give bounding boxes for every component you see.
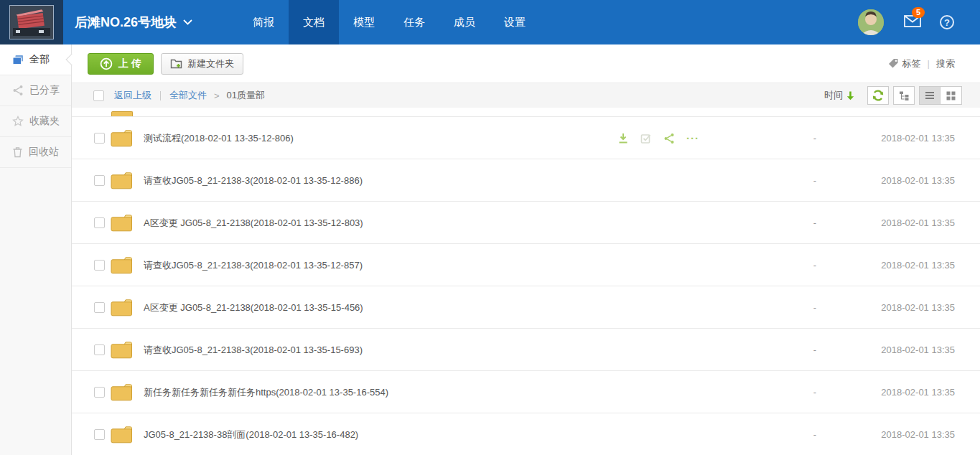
refresh-button[interactable] — [867, 86, 889, 105]
sidebar-item-label: 全部 — [29, 53, 50, 66]
tab-tasks[interactable]: 任务 — [389, 0, 439, 44]
tag-button[interactable]: 标签 — [888, 57, 921, 70]
star-icon — [12, 116, 24, 127]
row-checkbox[interactable] — [94, 133, 105, 144]
toolbar: 上 传 新建文件夹 标签 | 搜索 — [72, 44, 980, 83]
file-row[interactable]: 测试流程(2018-02-01 13-35-12-806) ··· — [72, 117, 980, 159]
chevron-down-icon — [183, 19, 192, 25]
row-checkbox[interactable] — [94, 302, 105, 313]
topbar-right: 5 ? — [858, 9, 980, 35]
sort-by-time[interactable]: 时间 — [824, 89, 854, 102]
file-name[interactable]: 请查收JG05-8_21-2138-3(2018-02-01 13-35-12-… — [144, 159, 363, 202]
folder-icon[interactable] — [111, 341, 133, 359]
tree-view-icon — [899, 90, 910, 100]
project-logo — [0, 0, 63, 44]
sidebar-item-shared[interactable]: 已分享 — [0, 75, 71, 106]
list-controls: 时间 — [824, 86, 980, 105]
file-name[interactable]: JG05-8_21-2138-38剖面(2018-02-01 13-35-16-… — [144, 413, 358, 455]
tab-members[interactable]: 成员 — [439, 0, 490, 44]
file-name[interactable]: 新任务新任务新任务新任务https(2018-02-01 13-35-16-55… — [144, 371, 388, 413]
more-icon[interactable]: ··· — [686, 135, 699, 142]
file-size: - — [801, 117, 829, 159]
file-date: 2018-02-01 13:35 — [881, 413, 955, 455]
download-icon[interactable] — [617, 133, 629, 144]
folder-icon[interactable] — [111, 383, 133, 401]
list-view-button[interactable] — [919, 86, 941, 105]
content: 上 传 新建文件夹 标签 | 搜索 — [72, 44, 980, 455]
file-date: 2018-02-01 13:35 — [881, 371, 955, 413]
file-date: 2018-02-01 13:35 — [881, 202, 955, 244]
refresh-icon — [872, 89, 885, 102]
tab-models[interactable]: 模型 — [339, 0, 389, 44]
row-checkbox[interactable] — [94, 260, 105, 271]
row-checkbox[interactable] — [94, 429, 105, 440]
list-view-icon — [925, 91, 935, 100]
upload-button[interactable]: 上 传 — [88, 53, 154, 75]
sidebar: 全部 已分享 收藏夹 回收站 — [0, 44, 72, 455]
grid-view-button[interactable] — [941, 86, 962, 105]
share-icon[interactable] — [663, 133, 675, 144]
toolbar-divider: | — [928, 58, 930, 69]
file-name[interactable]: 测试流程(2018-02-01 13-35-12-806) — [144, 117, 294, 159]
folder-icon[interactable] — [111, 426, 133, 444]
trash-icon — [12, 146, 23, 158]
select-all-checkbox[interactable] — [93, 90, 104, 101]
folder-icon[interactable] — [111, 129, 133, 147]
folder-icon — [111, 111, 133, 116]
file-name[interactable]: A区变更 JG05-8_21-2138(2018-02-01 13-35-15-… — [144, 286, 363, 329]
project-switcher[interactable]: 后滩NO.26号地块 — [75, 14, 192, 31]
file-list: 测试流程(2018-02-01 13-35-12-806) ··· — [72, 108, 980, 455]
file-row[interactable]: 请查收JG05-8_21-2138-3(2018-02-01 13-35-12-… — [72, 244, 980, 286]
file-size: - — [801, 202, 829, 244]
avatar-photo-icon — [858, 9, 884, 35]
file-size: - — [801, 244, 829, 286]
file-row[interactable]: A区变更 JG05-8_21-2138(2018-02-01 13-35-15-… — [72, 286, 980, 329]
file-row[interactable]: JG05-8_21-2138-38剖面(2018-02-01 13-35-16-… — [72, 413, 980, 455]
help-icon[interactable]: ? — [940, 15, 954, 29]
back-up-link[interactable]: 返回上级 — [114, 89, 151, 102]
main-area: 全部 已分享 收藏夹 回收站 — [0, 44, 980, 455]
file-name[interactable]: A区变更 JG05-8_21-2138(2018-02-01 13-35-12-… — [144, 202, 363, 244]
mail-badge: 5 — [912, 7, 925, 18]
mail-icon[interactable]: 5 — [904, 15, 921, 30]
breadcrumb-current-folder: 01质量部 — [227, 89, 265, 102]
folder-icon[interactable] — [111, 214, 133, 232]
tab-settings[interactable]: 设置 — [490, 0, 540, 44]
sidebar-item-label: 回收站 — [29, 146, 59, 159]
tab-documents[interactable]: 文档 — [289, 0, 339, 44]
avatar[interactable] — [858, 9, 884, 35]
file-row[interactable]: 新任务新任务新任务新任务https(2018-02-01 13-35-16-55… — [72, 371, 980, 413]
upload-icon — [100, 57, 113, 70]
row-checkbox[interactable] — [94, 217, 105, 228]
search-button[interactable]: 搜索 — [936, 57, 955, 70]
file-size: - — [801, 371, 829, 413]
tag-icon — [888, 58, 899, 69]
view-switcher — [919, 86, 962, 105]
folder-icon[interactable] — [111, 256, 133, 274]
tree-view-button[interactable] — [893, 86, 915, 105]
sidebar-item-label: 已分享 — [29, 84, 60, 97]
row-checkbox[interactable] — [94, 344, 105, 355]
file-name[interactable]: 请查收JG05-8_21-2138-3(2018-02-01 13-35-12-… — [144, 244, 363, 286]
tab-briefing[interactable]: 简报 — [238, 0, 289, 44]
folder-icon[interactable] — [111, 299, 133, 316]
file-date: 2018-02-01 13:35 — [881, 159, 955, 202]
new-folder-button[interactable]: 新建文件夹 — [161, 53, 243, 75]
file-date: 2018-02-01 13:35 — [881, 286, 955, 329]
approve-icon[interactable] — [640, 133, 652, 144]
breadcrumb-root-link[interactable]: 全部文件 — [169, 89, 207, 102]
sidebar-item-all[interactable]: 全部 — [0, 44, 71, 75]
row-checkbox[interactable] — [94, 387, 105, 398]
grid-view-icon — [946, 91, 956, 100]
share-icon — [12, 85, 24, 96]
all-files-icon — [12, 55, 24, 65]
sidebar-item-favorites[interactable]: 收藏夹 — [0, 106, 71, 137]
file-row[interactable]: 请查收JG05-8_21-2138-3(2018-02-01 13-35-15-… — [72, 329, 980, 371]
file-size: - — [801, 159, 829, 202]
row-checkbox[interactable] — [94, 175, 105, 186]
file-row[interactable]: A区变更 JG05-8_21-2138(2018-02-01 13-35-12-… — [72, 202, 980, 244]
folder-icon[interactable] — [111, 172, 133, 189]
file-row[interactable]: 请查收JG05-8_21-2138-3(2018-02-01 13-35-12-… — [72, 159, 980, 202]
sidebar-item-recycle[interactable]: 回收站 — [0, 137, 71, 168]
file-name[interactable]: 请查收JG05-8_21-2138-3(2018-02-01 13-35-15-… — [144, 329, 363, 371]
